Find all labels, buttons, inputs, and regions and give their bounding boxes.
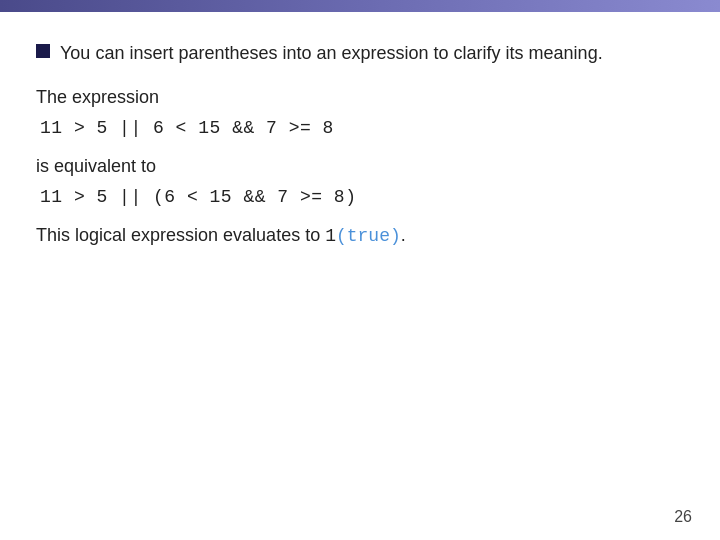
conclusion-text: This logical expression evaluates to 1(t… [36,225,684,246]
conclusion-suffix: . [401,225,406,245]
header-bar [0,0,720,12]
conclusion-code-value: 1 [325,226,336,246]
section1-code: 11 > 5 || 6 < 15 && 7 >= 8 [40,118,684,138]
section2-label: is equivalent to [36,156,684,177]
section2-code: 11 > 5 || (6 < 15 && 7 >= 8) [40,187,684,207]
bullet-square-icon [36,44,50,58]
conclusion-prefix: This logical expression evaluates to [36,225,325,245]
page-number: 26 [674,508,692,526]
conclusion-code-true: (true) [336,226,401,246]
bullet-item: You can insert parentheses into an expre… [36,40,684,67]
bullet-text: You can insert parentheses into an expre… [60,40,603,67]
main-content: You can insert parentheses into an expre… [0,12,720,276]
section1-label: The expression [36,87,684,108]
